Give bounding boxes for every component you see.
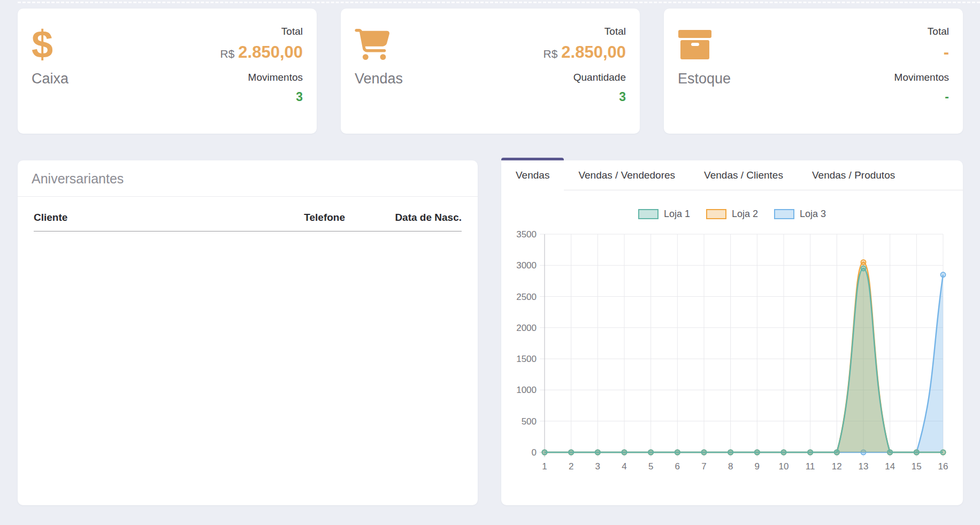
top-dashed-divider: [18, 2, 980, 3]
svg-text:3500: 3500: [516, 229, 537, 240]
svg-text:1000: 1000: [516, 385, 537, 395]
caixa-card: $ Caixa Total R$2.850,00 Movimentos 3: [18, 9, 317, 134]
svg-text:11: 11: [806, 461, 815, 472]
legend-item[interactable]: Loja 3: [774, 209, 826, 220]
total-value: 2.850,00: [238, 43, 303, 61]
svg-text:12: 12: [832, 461, 842, 472]
legend-swatch: [706, 209, 726, 219]
vendas-card: Vendas Total R$2.850,00 Quantidade 3: [341, 9, 640, 134]
currency-prefix: R$: [220, 48, 234, 60]
count-value: -: [945, 90, 949, 104]
count-value: 3: [296, 90, 303, 104]
count-value: 3: [619, 90, 626, 104]
card-title: Caixa: [32, 71, 68, 87]
column-header-client: Cliente: [34, 212, 259, 231]
total-label: Total: [281, 26, 303, 37]
svg-text:15: 15: [912, 461, 922, 472]
tabs-filler: [909, 160, 963, 190]
count-label: Quantidade: [573, 72, 626, 83]
estoque-card: Estoque Total - Movimentos -: [664, 9, 963, 134]
tab-vendas-clientes[interactable]: Vendas / Clientes: [690, 160, 798, 190]
total-label: Total: [928, 26, 949, 37]
total-value: -: [944, 43, 949, 61]
sales-chart-panel: Vendas Vendas / Vendedores Vendas / Clie…: [501, 160, 963, 505]
svg-text:3: 3: [595, 461, 600, 472]
column-header-birthdate: Data de Nasc.: [345, 212, 462, 231]
legend-item[interactable]: Loja 2: [706, 209, 758, 220]
card-title: Estoque: [678, 71, 731, 87]
svg-text:2: 2: [569, 461, 573, 472]
tab-vendas[interactable]: Vendas: [501, 158, 564, 190]
column-header-phone: Telefone: [259, 212, 345, 231]
total-label: Total: [604, 26, 626, 37]
panels-row: Aniversariantes Cliente Telefone Data de…: [18, 160, 963, 505]
svg-text:16: 16: [938, 461, 948, 472]
currency-prefix: R$: [543, 48, 557, 60]
chart-legend: Loja 1Loja 2Loja 3: [501, 207, 963, 220]
svg-text:2000: 2000: [516, 323, 537, 333]
sales-line-chart[interactable]: 0500100015002000250030003500123456789101…: [501, 223, 963, 478]
svg-text:1: 1: [542, 461, 547, 472]
count-label: Movimentos: [894, 72, 949, 83]
sales-tabs: Vendas Vendas / Vendedores Vendas / Clie…: [501, 160, 963, 190]
birthdays-title: Aniversariantes: [18, 160, 478, 197]
svg-text:2500: 2500: [516, 292, 537, 302]
card-title: Vendas: [355, 71, 403, 87]
legend-swatch: [638, 209, 659, 219]
stat-cards-row: $ Caixa Total R$2.850,00 Movimentos 3 Ve…: [18, 9, 963, 134]
tab-vendas-produtos[interactable]: Vendas / Produtos: [798, 160, 909, 190]
svg-text:14: 14: [885, 461, 895, 472]
birthdays-panel: Aniversariantes Cliente Telefone Data de…: [18, 160, 478, 505]
svg-text:500: 500: [522, 416, 537, 427]
svg-text:0: 0: [532, 447, 537, 458]
svg-text:5: 5: [648, 461, 653, 472]
dollar-icon: $: [32, 21, 68, 67]
legend-label: Loja 2: [732, 209, 758, 220]
svg-text:10: 10: [779, 461, 789, 472]
tab-vendas-vendedores[interactable]: Vendas / Vendedores: [564, 160, 690, 190]
svg-text:1500: 1500: [516, 354, 537, 364]
svg-text:9: 9: [755, 461, 760, 472]
svg-text:13: 13: [859, 461, 869, 472]
count-label: Movimentos: [248, 72, 303, 83]
svg-text:8: 8: [728, 461, 733, 472]
svg-text:6: 6: [675, 461, 680, 472]
legend-label: Loja 3: [800, 209, 826, 220]
birthdays-table: Cliente Telefone Data de Nasc.: [34, 212, 462, 231]
svg-text:7: 7: [701, 461, 706, 472]
dashboard-page: $ Caixa Total R$2.850,00 Movimentos 3 Ve…: [0, 0, 980, 525]
total-value: 2.850,00: [561, 43, 626, 61]
svg-text:3000: 3000: [516, 260, 537, 271]
svg-text:4: 4: [622, 461, 626, 472]
box-icon: [678, 21, 731, 67]
cart-icon: [355, 21, 403, 67]
legend-item[interactable]: Loja 1: [638, 209, 690, 220]
legend-swatch: [774, 209, 794, 219]
legend-label: Loja 1: [664, 209, 690, 220]
